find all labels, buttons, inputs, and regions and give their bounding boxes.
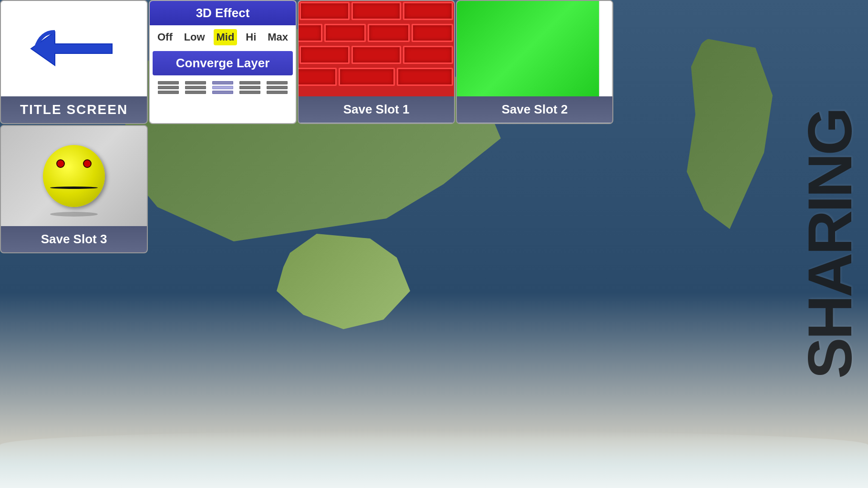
brick: [299, 68, 337, 86]
brick: [368, 24, 410, 42]
brick: [403, 2, 453, 20]
pacman-eye-right: [83, 159, 92, 168]
title-screen-button[interactable]: TITLE SCREEN: [0, 0, 148, 124]
save-slot-3-thumbnail: [1, 126, 147, 226]
pacman-shadow: [50, 212, 98, 217]
save-slot-3-button[interactable]: Save Slot 3: [0, 125, 148, 253]
pacman-character: [43, 145, 105, 207]
save-slot-3-row: Save Slot 3: [0, 125, 148, 253]
brick-row-3: [299, 45, 454, 65]
effect-option-mid[interactable]: Mid: [214, 29, 238, 45]
brick: [403, 46, 453, 64]
sharing-text: SHARING: [792, 0, 868, 488]
brick-row-1: [299, 1, 454, 21]
save-slot-1-thumbnail: [299, 1, 454, 96]
title-screen-icon: [1, 1, 147, 96]
green-background: [457, 1, 599, 96]
layer-icons-row: [150, 77, 296, 102]
brick: [397, 68, 453, 86]
brick: [300, 46, 350, 64]
pacman-body: [43, 145, 105, 207]
effect-option-off[interactable]: Off: [155, 29, 176, 45]
save-slot-1-label: Save Slot 1: [299, 96, 454, 123]
brick: [412, 24, 454, 42]
effect-options-row: Off Low Mid Hi Max: [150, 25, 296, 49]
white-stripe: [599, 1, 612, 96]
save-slot-2-button[interactable]: Save Slot 2: [456, 0, 613, 124]
brick-wall: [299, 1, 454, 96]
title-screen-label: TITLE SCREEN: [1, 96, 147, 123]
effect-option-hi[interactable]: Hi: [243, 29, 259, 45]
brick-row-4: [299, 67, 454, 87]
save-slot-2-thumbnail: [457, 1, 612, 96]
brick: [299, 24, 322, 42]
brick: [351, 2, 402, 20]
layer-icon-5[interactable]: [267, 81, 288, 98]
converge-layer-button[interactable]: Converge Layer: [153, 51, 293, 75]
antarctica: [0, 431, 868, 488]
pacman-eye-left: [56, 159, 65, 168]
layer-icon-2[interactable]: [185, 81, 206, 98]
save-slot-3-label: Save Slot 3: [1, 226, 147, 252]
save-slot-2-label: Save Slot 2: [457, 96, 612, 123]
save-slot-1-button[interactable]: Save Slot 1: [298, 0, 455, 124]
brick-row-2: [299, 23, 454, 43]
ui-panel: TITLE SCREEN 3D Effect Off Low Mid Hi Ma…: [0, 0, 792, 124]
effect-panel: 3D Effect Off Low Mid Hi Max Converge La…: [149, 0, 297, 124]
brick: [324, 24, 366, 42]
back-arrow-icon: [26, 18, 122, 80]
brick: [339, 68, 395, 86]
brick: [300, 2, 350, 20]
effect-panel-title: 3D Effect: [150, 1, 296, 25]
layer-icon-3-active[interactable]: [212, 81, 233, 98]
layer-icon-1[interactable]: [158, 81, 179, 98]
brick: [351, 46, 402, 64]
effect-option-max[interactable]: Max: [265, 29, 291, 45]
effect-option-low[interactable]: Low: [181, 29, 208, 45]
layer-icon-4[interactable]: [239, 81, 260, 98]
